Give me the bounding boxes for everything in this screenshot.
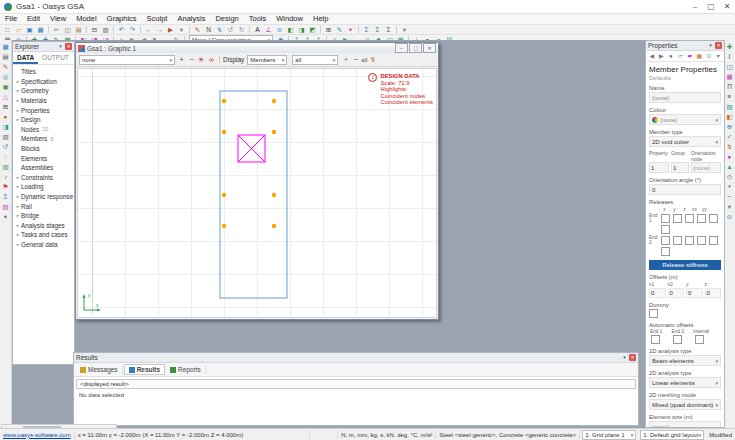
tree-item-tasks-and-cases[interactable]: ▸Tasks and cases: [13, 230, 74, 240]
analysis-tasks-icon[interactable]: △: [1, 92, 10, 101]
tree-item-loading[interactable]: ▸Loading: [13, 182, 74, 192]
tab-output[interactable]: OUTPUT: [38, 52, 73, 64]
menu-item-tools[interactable]: Tools: [244, 14, 272, 24]
case-list-combo[interactable]: none ▾: [79, 55, 175, 65]
copy-view-icon[interactable]: ◫: [725, 62, 734, 71]
analysis-1d-select[interactable]: Beam elements▾: [649, 355, 721, 366]
sum-masses-icon[interactable]: Σ: [384, 25, 393, 34]
tree-item-materials[interactable]: ▸Materials: [13, 96, 74, 106]
grid-editor-icon[interactable]: ⊞: [1, 102, 10, 111]
remove-from-list-button[interactable]: −: [351, 55, 360, 64]
props-next-icon[interactable]: ▶: [658, 52, 666, 60]
zoom-plus-icon[interactable]: +: [725, 182, 734, 191]
model-node[interactable]: [272, 130, 276, 134]
lists-icon[interactable]: ≡: [725, 92, 734, 101]
tree-item-assemblies[interactable]: Assemblies: [13, 163, 74, 173]
add-to-list-button[interactable]: +: [341, 55, 350, 64]
tab-reports[interactable]: Reports: [166, 365, 206, 374]
modify-elements-icon[interactable]: ↯: [215, 25, 224, 34]
graphic-title-bar[interactable]: Gsa1 : Graphic 1 – ▢ ✕: [76, 43, 438, 53]
fragment-view-icon[interactable]: ◧: [725, 112, 734, 121]
save-all-icon[interactable]: ▦: [36, 25, 45, 34]
grid-plane-combo[interactable]: 1: Grid plane 1 ▾: [582, 430, 636, 440]
dummy-checkbox[interactable]: [649, 309, 658, 318]
menu-item-help[interactable]: Help: [308, 14, 333, 24]
tree-item-design[interactable]: ▸Design: [13, 115, 74, 125]
flag-tool-icon[interactable]: ⚑: [1, 182, 10, 191]
view-isometric-icon[interactable]: ◩: [308, 25, 317, 34]
hatch-display-icon[interactable]: ▨: [725, 102, 734, 111]
menu-item-view[interactable]: View: [45, 14, 71, 24]
select-dropdown-icon[interactable]: ▾: [177, 25, 186, 34]
colour-select[interactable]: (none) ▾: [649, 114, 721, 125]
graphic-minimize-button[interactable]: –: [395, 43, 408, 53]
analysis-2d-select[interactable]: Linear elements▾: [649, 377, 721, 388]
diamond-display-icon[interactable]: ◇: [725, 172, 734, 181]
tree-item-properties[interactable]: ▸Properties: [13, 105, 74, 115]
add-section-icon[interactable]: ✚: [725, 42, 734, 51]
end1-yy-checkbox[interactable]: [709, 214, 718, 223]
pgo-value[interactable]: 1: [649, 162, 669, 173]
tree-item-geometry[interactable]: ▸Geometry: [13, 86, 74, 96]
oasys-link[interactable]: www.oasys-software.com: [0, 430, 75, 439]
tree-item-elements[interactable]: Elements: [13, 153, 74, 163]
verify-icon[interactable]: ✓: [725, 132, 734, 141]
rotate-cw-icon[interactable]: ↻: [237, 25, 246, 34]
sculpt-pen-icon[interactable]: ✎: [193, 25, 202, 34]
model-node[interactable]: [222, 224, 226, 228]
sections-library-icon[interactable]: ▧: [1, 132, 10, 141]
cut-icon[interactable]: ✂: [52, 25, 61, 34]
end2-x-checkbox[interactable]: [661, 236, 670, 245]
tree-item-dynamic-response[interactable]: ▸Dynamic response: [13, 192, 74, 202]
props-member-icon[interactable]: ▰: [686, 52, 694, 60]
member-type-select[interactable]: 2D void cutter ▾: [649, 136, 721, 147]
graphics-wizard-icon[interactable]: ✦: [346, 25, 355, 34]
remove-case-button[interactable]: −: [187, 55, 196, 64]
model-node[interactable]: [272, 99, 276, 103]
release-stiffness-button[interactable]: Release stiffness: [649, 260, 721, 270]
tree-item-bridge[interactable]: ▸Bridge: [13, 211, 74, 221]
auto-offset-end2-checkbox[interactable]: [673, 335, 682, 344]
undo-icon[interactable]: ↶: [117, 25, 126, 34]
view-plan-icon[interactable]: ◧: [286, 25, 295, 34]
tree-item-analysis-stages[interactable]: ▸Analysis stages: [13, 221, 74, 231]
end1-xx-checkbox[interactable]: [697, 214, 706, 223]
offset-value[interactable]: 0: [649, 288, 666, 298]
grid-layout-combo[interactable]: 1: Default grid layout ▾: [640, 430, 704, 440]
end1-x-checkbox[interactable]: [661, 214, 670, 223]
rotate-ccw-icon[interactable]: ↺: [226, 25, 235, 34]
highlight-cases-icon[interactable]: ✳: [197, 55, 206, 64]
end1-z-checkbox[interactable]: [685, 214, 694, 223]
props-element-icon[interactable]: ▱: [677, 52, 685, 60]
node-display-icon[interactable]: ●: [725, 152, 734, 161]
tree-item-nodes[interactable]: Nodes20: [13, 125, 74, 135]
menu-item-model[interactable]: Model: [71, 14, 101, 24]
tab-data[interactable]: DATA: [13, 52, 38, 64]
meshing-mode-select[interactable]: Mixed (quad dominant)▾: [649, 399, 721, 410]
tree-item-blocks[interactable]: Blocks: [13, 144, 74, 154]
props-palette-icon[interactable]: ▦: [696, 52, 704, 60]
show-all-button[interactable]: all: [361, 57, 367, 63]
pgo-value[interactable]: (none): [691, 162, 721, 173]
data-tables-icon[interactable]: ▦: [1, 42, 10, 51]
measure-angle-icon[interactable]: ∠: [264, 25, 273, 34]
paste-icon[interactable]: ▤: [74, 25, 83, 34]
props-pin-icon[interactable]: ⊙: [705, 52, 713, 60]
zoom-minus-icon[interactable]: −: [725, 192, 734, 201]
auto-offset-end1-checkbox[interactable]: [651, 335, 660, 344]
lightning-tool-icon[interactable]: ↯: [725, 142, 734, 151]
view-elevation-icon[interactable]: ◨: [297, 25, 306, 34]
element-size-field[interactable]: (none): [649, 421, 721, 427]
offset-value[interactable]: 0: [668, 288, 685, 298]
entity-combo[interactable]: Members ▾: [247, 55, 287, 65]
end2-y-checkbox[interactable]: [673, 236, 682, 245]
graphic-close-button[interactable]: ✕: [423, 43, 436, 53]
close-icon[interactable]: ✕: [715, 42, 722, 49]
new-file-icon[interactable]: □: [3, 25, 12, 34]
model-node[interactable]: [222, 99, 226, 103]
annotate-icon[interactable]: A: [253, 25, 262, 34]
pan-left-icon[interactable]: ←: [144, 25, 153, 34]
list-combo[interactable]: all ▾: [292, 55, 338, 65]
output-tables-icon[interactable]: ▤: [1, 52, 10, 61]
close-button[interactable]: ✕: [719, 0, 735, 13]
